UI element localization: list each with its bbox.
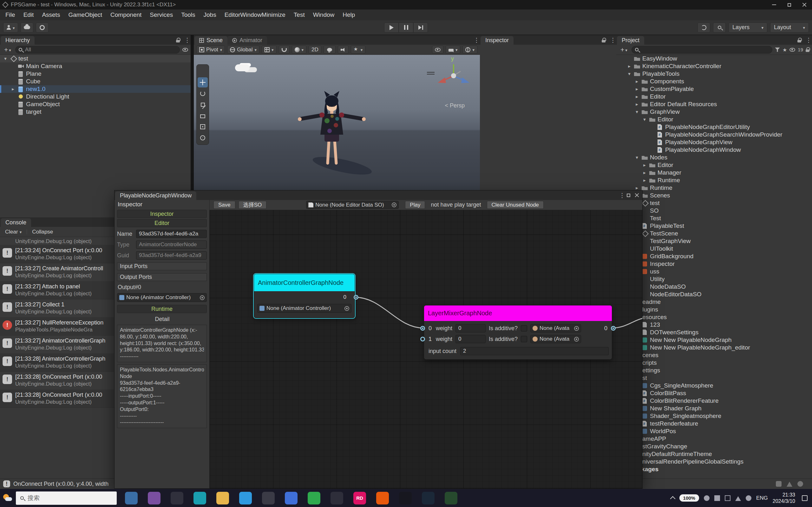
object-picker-icon[interactable] bbox=[200, 295, 205, 300]
project-tree-row[interactable]: Test bbox=[616, 215, 812, 222]
menu-item[interactable]: Help bbox=[339, 9, 359, 20]
project-tree-row[interactable]: Inspector bbox=[616, 260, 812, 268]
input-port[interactable] bbox=[420, 337, 425, 342]
project-tree-row[interactable]: ColorBlitPass bbox=[616, 389, 812, 397]
tool-handle-rotation-dropdown[interactable]: Global bbox=[227, 46, 259, 54]
project-tree-row[interactable]: WorldPos bbox=[616, 428, 812, 435]
output-port[interactable] bbox=[354, 295, 358, 300]
language-indicator[interactable]: ENG bbox=[756, 495, 768, 501]
expand-arrow-icon[interactable] bbox=[642, 170, 647, 176]
project-tree-row[interactable]: uss bbox=[616, 268, 812, 275]
axis-y-label[interactable]: y bbox=[451, 55, 454, 62]
taskbar-app-icon[interactable] bbox=[285, 492, 298, 504]
expand-arrow-icon[interactable] bbox=[634, 78, 640, 84]
weight-input[interactable] bbox=[455, 335, 486, 343]
taskbar-app-icon[interactable] bbox=[376, 492, 389, 504]
project-tree-row[interactable]: PlayableNodeGraphSearchWindowProvider bbox=[616, 131, 812, 138]
view-tool-button[interactable] bbox=[198, 66, 208, 76]
hierarchy-row[interactable]: Main Camera bbox=[0, 62, 191, 70]
project-tree-row[interactable]: Components bbox=[616, 78, 812, 85]
project-tree-row[interactable]: Nodes bbox=[616, 154, 812, 161]
volume-icon[interactable] bbox=[735, 495, 741, 501]
saved-search-icon[interactable] bbox=[782, 46, 787, 53]
tab-console[interactable]: Console bbox=[1, 218, 31, 227]
tab-hierarchy[interactable]: Hierarchy bbox=[1, 36, 35, 45]
expand-arrow-icon[interactable] bbox=[642, 162, 647, 168]
menu-item[interactable]: Jobs bbox=[200, 9, 220, 20]
expand-arrow-icon[interactable] bbox=[626, 71, 632, 77]
project-tree-row[interactable]: Cgs_SingleAtmosphere bbox=[616, 382, 812, 389]
project-tree-row[interactable]: UIToolkit bbox=[616, 245, 812, 252]
network-icon[interactable] bbox=[746, 495, 751, 501]
2d-toggle[interactable]: 2D bbox=[309, 46, 321, 54]
additive-checkbox[interactable] bbox=[521, 325, 527, 331]
lighting-toggle[interactable] bbox=[323, 46, 336, 54]
avatar-mask-field[interactable]: None (Avata bbox=[530, 335, 581, 343]
project-tree-row[interactable]: Scenes bbox=[616, 192, 812, 199]
project-tree-row[interactable]: Editor Default Resources bbox=[616, 101, 812, 108]
render-mode-dropdown[interactable] bbox=[292, 46, 307, 54]
project-tree-row[interactable]: Editor bbox=[616, 161, 812, 169]
project-tree-row[interactable]: niversalRenderPipelineGlobalSettings bbox=[616, 458, 812, 465]
project-tree-row[interactable]: GraphView bbox=[616, 108, 812, 116]
camera-settings-dropdown[interactable] bbox=[446, 46, 461, 54]
hierarchy-search[interactable] bbox=[15, 46, 180, 54]
project-tree-row[interactable]: lugins bbox=[616, 306, 812, 314]
snap-toggle[interactable] bbox=[279, 46, 290, 54]
custom-tool-button[interactable] bbox=[198, 133, 208, 143]
error-count-icon[interactable] bbox=[798, 481, 803, 487]
expand-arrow-icon[interactable] bbox=[626, 63, 632, 69]
select-so-button[interactable]: 选择SO bbox=[239, 201, 267, 209]
hierarchy-row[interactable]: Plane bbox=[0, 70, 191, 78]
project-tree-row[interactable]: eadme bbox=[616, 298, 812, 306]
object-picker-icon[interactable] bbox=[574, 337, 579, 342]
taskbar-app-icon[interactable] bbox=[148, 492, 160, 504]
project-tree-row[interactable]: Editor bbox=[616, 93, 812, 101]
expand-arrow-icon[interactable] bbox=[634, 109, 640, 115]
menu-item[interactable]: Tools bbox=[177, 9, 199, 20]
close-button[interactable] bbox=[797, 0, 812, 9]
cloud-services-button[interactable] bbox=[20, 22, 33, 33]
taskbar-app-icon[interactable] bbox=[216, 492, 229, 504]
console-clear-button[interactable]: Clear bbox=[3, 228, 24, 236]
project-tree-row[interactable]: stGravityChange bbox=[616, 443, 812, 450]
project-tree-row[interactable]: New New PlayableNodeGraph bbox=[616, 336, 812, 344]
expand-arrow-icon[interactable] bbox=[3, 56, 8, 61]
expand-arrow-icon[interactable] bbox=[634, 155, 640, 160]
taskbar-app-icon[interactable] bbox=[262, 492, 275, 504]
project-tree-row[interactable]: cripts bbox=[616, 359, 812, 367]
project-tree-row[interactable]: Shader_Singleatmosphere bbox=[616, 412, 812, 420]
input-port[interactable] bbox=[420, 326, 425, 331]
menu-item[interactable]: Services bbox=[146, 9, 177, 20]
hierarchy-row[interactable]: GameObject bbox=[0, 101, 191, 108]
close-icon[interactable] bbox=[635, 193, 639, 198]
taskbar-app-icon[interactable]: RD bbox=[353, 492, 366, 504]
menu-item[interactable]: Edit bbox=[19, 9, 38, 20]
taskbar-search[interactable] bbox=[16, 492, 117, 505]
project-tree-row[interactable]: CustomPlayable bbox=[616, 85, 812, 93]
input-count-input[interactable] bbox=[460, 347, 609, 355]
perspective-label[interactable]: < Persp bbox=[445, 102, 465, 109]
expand-arrow-icon[interactable] bbox=[642, 117, 647, 122]
project-tree-row[interactable]: PlayableTest bbox=[616, 222, 812, 230]
menu-item[interactable]: Test bbox=[290, 9, 309, 20]
project-tree-row[interactable]: Utility bbox=[616, 275, 812, 283]
hierarchy-search-input[interactable] bbox=[24, 46, 176, 53]
lock-icon[interactable] bbox=[602, 38, 606, 43]
project-tree-row[interactable]: Editor bbox=[616, 116, 812, 123]
project-tree-row[interactable]: PlayableNodeGraphEditorUtility bbox=[616, 123, 812, 131]
project-tree-row[interactable]: nityDefaultRuntimeTheme bbox=[616, 450, 812, 458]
move-tool-button[interactable] bbox=[198, 77, 208, 88]
tab-project[interactable]: Project bbox=[617, 36, 644, 45]
create-object-button[interactable] bbox=[3, 46, 13, 54]
hierarchy-row[interactable]: test bbox=[0, 55, 191, 62]
tray-icon[interactable] bbox=[704, 495, 710, 501]
clear-unused-node-button[interactable]: Clear Unused Node bbox=[487, 201, 544, 209]
scene-visibility-icon[interactable] bbox=[183, 48, 188, 52]
warning-icon[interactable] bbox=[786, 481, 792, 487]
hierarchy-row[interactable]: target bbox=[0, 108, 191, 116]
taskbar-app-icon[interactable] bbox=[171, 492, 183, 504]
undo-history-button[interactable] bbox=[698, 22, 710, 33]
panel-menu-icon[interactable] bbox=[184, 37, 188, 44]
input-ports-header[interactable]: Input Ports bbox=[117, 262, 207, 270]
